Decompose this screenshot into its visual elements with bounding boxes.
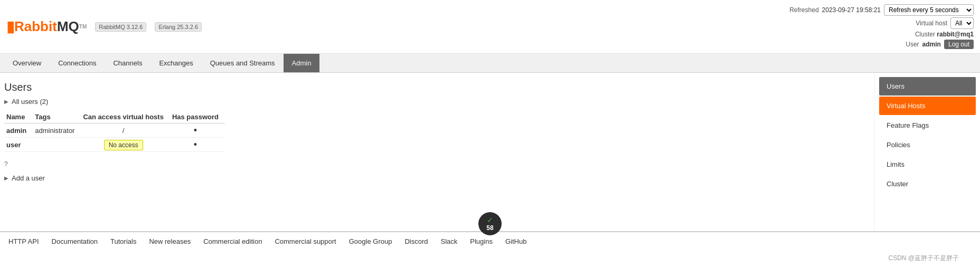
user-tags-admin: administrator bbox=[33, 123, 81, 138]
footer-github[interactable]: GitHub bbox=[505, 237, 526, 245]
col-password: Has password bbox=[170, 111, 225, 123]
page-title: Users bbox=[4, 81, 866, 93]
add-user-section[interactable]: ▶ Add a user bbox=[4, 174, 866, 182]
col-name: Name bbox=[4, 111, 33, 123]
user-password-admin: • bbox=[170, 123, 225, 138]
refreshed-time: 2023-09-27 19:58:21 bbox=[822, 6, 881, 14]
user-vhosts-user: No access bbox=[81, 138, 169, 152]
footer-commercial-edition[interactable]: Commercial edition bbox=[203, 237, 262, 245]
badge-number: 58 bbox=[486, 224, 493, 232]
user-label: User bbox=[906, 41, 919, 48]
cluster-value: rabbit@mq1 bbox=[937, 31, 974, 38]
header: ▮ RabbitMQTM RabbitMQ 3.12.6 Erlang 25.3… bbox=[0, 0, 980, 54]
col-vhosts: Can access virtual hosts bbox=[81, 111, 169, 123]
footer-documentation[interactable]: Documentation bbox=[52, 237, 98, 245]
logo-tm: TM bbox=[79, 24, 87, 30]
footer-slack[interactable]: Slack bbox=[441, 237, 458, 245]
vhost-label: Virtual host bbox=[916, 20, 947, 27]
right-nav-virtual-hosts[interactable]: Virtual Hosts bbox=[879, 97, 976, 115]
right-nav-users[interactable]: Users bbox=[879, 77, 976, 96]
header-right: Refreshed 2023-09-27 19:58:21 Refresh ev… bbox=[789, 4, 974, 49]
right-nav-cluster[interactable]: Cluster bbox=[879, 175, 976, 193]
cluster-row: Cluster rabbit@mq1 bbox=[915, 31, 974, 38]
logo-mq: MQ bbox=[57, 18, 79, 35]
user-vhosts-admin: / bbox=[81, 123, 169, 138]
col-tags: Tags bbox=[33, 111, 81, 123]
erlang-version: Erlang 25.3.2.6 bbox=[155, 22, 202, 32]
nav-connections[interactable]: Connections bbox=[50, 54, 105, 72]
check-icon: ✓ bbox=[487, 216, 493, 224]
user-name-user: user bbox=[4, 138, 33, 152]
rabbitmq-version: RabbitMQ 3.12.6 bbox=[95, 22, 146, 32]
nav-queues[interactable]: Queues and Streams bbox=[202, 54, 284, 72]
user-password-user: • bbox=[170, 138, 225, 152]
table-row: admin administrator / • bbox=[4, 123, 225, 138]
logout-button[interactable]: Log out bbox=[944, 40, 974, 49]
user-row: User admin Log out bbox=[906, 40, 974, 49]
right-nav-limits[interactable]: Limits bbox=[879, 155, 976, 174]
nav-overview[interactable]: Overview bbox=[4, 54, 50, 72]
footer-http-api[interactable]: HTTP API bbox=[8, 237, 39, 245]
right-nav-policies[interactable]: Policies bbox=[879, 136, 976, 154]
add-user-label: Add a user bbox=[12, 174, 45, 182]
table-header-row: Name Tags Can access virtual hosts Has p… bbox=[4, 111, 225, 123]
user-name-admin: admin bbox=[4, 123, 33, 138]
footer-commercial-support[interactable]: Commercial support bbox=[275, 237, 336, 245]
help-text: ? bbox=[4, 160, 866, 168]
logo-icon: ▮ bbox=[6, 18, 14, 35]
footer-tutorials[interactable]: Tutorials bbox=[110, 237, 136, 245]
all-users-section[interactable]: ▶ All users (2) bbox=[4, 98, 866, 106]
main-container: Users ▶ All users (2) Name Tags Can acce… bbox=[0, 73, 980, 231]
footer-google-group[interactable]: Google Group bbox=[349, 237, 392, 245]
user-tags-user bbox=[33, 138, 81, 152]
content-area: Users ▶ All users (2) Name Tags Can acce… bbox=[0, 73, 874, 231]
footer-plugins[interactable]: Plugins bbox=[470, 237, 493, 245]
vhost-row: Virtual host All / bbox=[916, 17, 974, 29]
footer-discord[interactable]: Discord bbox=[404, 237, 428, 245]
right-sidebar: Users Virtual Hosts Feature Flags Polici… bbox=[874, 73, 980, 231]
nav-exchanges[interactable]: Exchanges bbox=[150, 54, 201, 72]
vhost-select[interactable]: All / bbox=[950, 17, 974, 29]
refresh-row: Refreshed 2023-09-27 19:58:21 Refresh ev… bbox=[789, 4, 974, 16]
nav-admin[interactable]: Admin bbox=[284, 54, 320, 72]
nav-channels[interactable]: Channels bbox=[105, 54, 150, 72]
refreshed-label: Refreshed bbox=[789, 6, 818, 14]
user-value: admin bbox=[922, 41, 941, 48]
all-users-label: All users (2) bbox=[12, 98, 48, 106]
no-access-badge: No access bbox=[104, 140, 143, 150]
footer-new-releases[interactable]: New releases bbox=[149, 237, 191, 245]
logo-area: ▮ RabbitMQTM RabbitMQ 3.12.6 Erlang 25.3… bbox=[6, 18, 202, 35]
table-row: user No access • bbox=[4, 138, 225, 152]
logo: ▮ RabbitMQTM bbox=[6, 18, 87, 35]
nav-bar: Overview Connections Channels Exchanges … bbox=[0, 54, 980, 73]
add-user-triangle-icon: ▶ bbox=[4, 175, 8, 181]
expand-triangle-icon: ▶ bbox=[4, 99, 8, 104]
logo-rabbit: Rabbit bbox=[14, 18, 57, 35]
right-nav-feature-flags[interactable]: Feature Flags bbox=[879, 116, 976, 135]
refresh-select[interactable]: Refresh every 5 seconds No refresh Refre… bbox=[884, 4, 974, 16]
floating-badge: ✓ 58 bbox=[478, 212, 502, 235]
users-table: Name Tags Can access virtual hosts Has p… bbox=[4, 111, 225, 152]
cluster-label: Cluster bbox=[915, 31, 935, 38]
